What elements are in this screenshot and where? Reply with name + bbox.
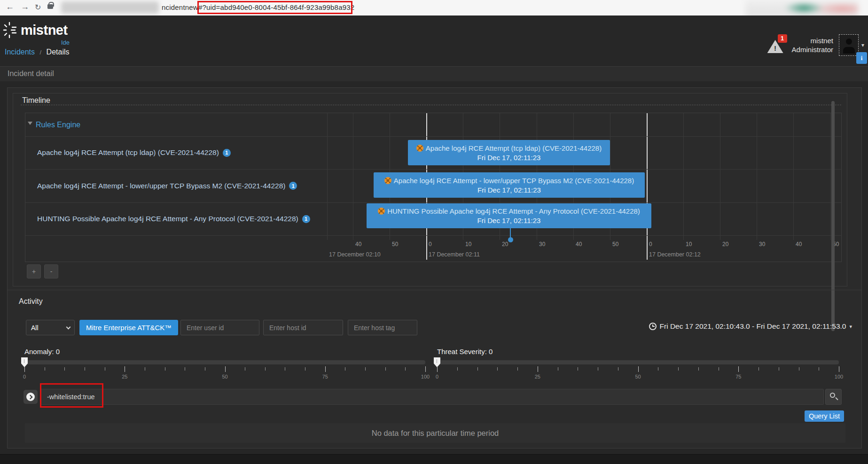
anomaly-slider: Anomaly: 0 0255075100: [24, 348, 425, 379]
timeline-event-bar[interactable]: Apache log4j RCE Attempt - lower/upper T…: [374, 172, 645, 198]
mitre-attack-button[interactable]: Mitre Enterprise ATT&CK™: [79, 320, 178, 335]
slider-tick: [64, 367, 65, 371]
alert-count-badge: 1: [778, 34, 787, 43]
slider-tick: [799, 367, 799, 371]
threat-icon: [378, 208, 385, 215]
slider-tick-label: 75: [735, 374, 741, 379]
threat-icon: [384, 177, 391, 184]
gridline: [683, 113, 684, 240]
row-separator: [25, 235, 841, 236]
browser-reload-icon[interactable]: ↻: [35, 3, 41, 12]
axis-tick-label: 20: [502, 241, 508, 247]
slider-tick-label: 100: [835, 374, 843, 379]
rules-engine-group-label[interactable]: Rules Engine: [36, 113, 80, 136]
user-menu-caret-icon[interactable]: ▾: [861, 42, 864, 48]
time-range-text: Fri Dec 17 2021, 02:10:43.0 - Fri Dec 17…: [660, 322, 846, 331]
slider-tick: [738, 366, 739, 372]
mistnet-logo-icon: [3, 21, 19, 39]
event-count-badge[interactable]: 1: [289, 182, 297, 190]
event-count-badge[interactable]: 1: [223, 149, 231, 157]
collapse-triangle-icon[interactable]: [28, 122, 32, 125]
timeline-zoom-in-button[interactable]: +: [27, 264, 41, 278]
anomaly-slider-ticks: 0255075100: [24, 364, 425, 379]
browser-toolbar: ← → ↻ ncidentnew#?uid=abd940e0-8004-45bf…: [0, 0, 868, 15]
activity-type-select[interactable]: All: [26, 320, 75, 335]
address-bar-url[interactable]: ncidentnew#?uid=abd940e0-8004-45bf-864f-…: [162, 3, 354, 11]
slider-tick-label: 25: [122, 374, 127, 379]
axis-tick-label: 10: [465, 241, 471, 247]
time-range-caret-icon: ▾: [849, 324, 852, 330]
vertical-scrollbar-thumb[interactable]: [831, 101, 835, 331]
top-navbar: mistnet Ide DashboardIncidentsCompliance…: [0, 15, 868, 66]
host-id-input[interactable]: [263, 320, 343, 335]
incident-detail-page: ← → ↻ ncidentnew#?uid=abd940e0-8004-45bf…: [0, 0, 868, 464]
event-marker-dot[interactable]: [508, 237, 513, 242]
search-button[interactable]: [825, 389, 842, 405]
slider-tick: [678, 367, 679, 371]
slider-tick: [457, 367, 458, 371]
lock-icon: [47, 4, 53, 9]
footer-bar: [0, 454, 868, 464]
slider-tick: [265, 367, 266, 371]
alerts-indicator[interactable]: ! 1: [767, 37, 785, 53]
user-id-input[interactable]: [180, 320, 259, 335]
slider-tick: [245, 367, 245, 371]
breadcrumb-incidents-link[interactable]: Incidents: [5, 48, 35, 56]
slider-tick: [658, 367, 658, 371]
minute-gridline: [647, 113, 648, 260]
slider-tick: [305, 367, 305, 371]
chevron-right-icon: [26, 393, 35, 401]
slider-tick: [165, 367, 165, 371]
time-range-picker[interactable]: Fri Dec 17 2021, 02:10:43.0 - Fri Dec 17…: [649, 322, 852, 331]
timeline-separator: [21, 105, 841, 105]
query-search-input[interactable]: [40, 389, 824, 405]
slider-tick-label: 0: [23, 374, 26, 379]
expand-search-button[interactable]: [23, 390, 38, 404]
anomaly-slider-label: Anomaly: 0: [24, 348, 425, 356]
search-icon: [830, 393, 835, 398]
info-button[interactable]: i: [856, 52, 867, 64]
user-info: mistnet Administrator: [792, 36, 833, 54]
timeline-zoom-out-button[interactable]: -: [44, 264, 58, 278]
user-role: Administrator: [792, 45, 833, 54]
slider-tick: [517, 367, 518, 371]
rule-row-label: Apache log4j RCE Attempt (tcp ldap) (CVE…: [37, 136, 231, 169]
activity-divider: [7, 290, 862, 290]
url-redacted-blur: [61, 1, 159, 14]
slider-tick: [85, 367, 85, 371]
slider-tick: [638, 366, 639, 372]
severity-slider-track[interactable]: [437, 360, 839, 364]
anomaly-slider-track[interactable]: [24, 360, 425, 364]
slider-tick: [819, 367, 819, 371]
slider-tick: [365, 367, 366, 371]
axis-tick-label: 10: [686, 241, 692, 247]
slider-tick: [719, 367, 719, 371]
slider-tick: [225, 366, 226, 372]
browser-back-icon[interactable]: ←: [6, 2, 14, 12]
timeline-event-bar[interactable]: HUNTING Possible Apache log4j RCE Attemp…: [367, 203, 651, 228]
slider-tick: [759, 367, 759, 371]
brand[interactable]: mistnet: [3, 21, 68, 39]
avatar[interactable]: [839, 34, 859, 56]
axis-tick-label: 30: [759, 241, 765, 247]
axis-tick-label: 40: [796, 241, 802, 247]
browser-forward-icon[interactable]: →: [21, 2, 29, 12]
slider-tick: [325, 366, 326, 372]
slider-tick-label: 0: [436, 374, 438, 379]
slider-tick: [24, 366, 25, 372]
slider-tick: [185, 367, 185, 371]
host-tag-input[interactable]: [348, 320, 417, 335]
slider-tick: [285, 367, 285, 371]
axis-tick-label: 50: [392, 241, 398, 247]
event-count-badge[interactable]: 1: [302, 215, 310, 223]
timeline-event-bar[interactable]: Apache log4j RCE Attempt (tcp ldap) (CVE…: [408, 140, 610, 165]
rule-row-label: HUNTING Possible Apache log4j RCE Attemp…: [37, 202, 310, 235]
slider-tick: [205, 367, 205, 371]
threat-severity-slider: Threat Severity: 0 0255075100: [437, 348, 839, 379]
brand-name: mistnet: [21, 23, 68, 38]
slider-tick: [779, 367, 779, 371]
slider-tick: [345, 367, 345, 371]
slider-tick: [145, 367, 145, 371]
query-list-button[interactable]: Query List: [805, 410, 844, 422]
slider-tick-label: 50: [222, 374, 227, 379]
